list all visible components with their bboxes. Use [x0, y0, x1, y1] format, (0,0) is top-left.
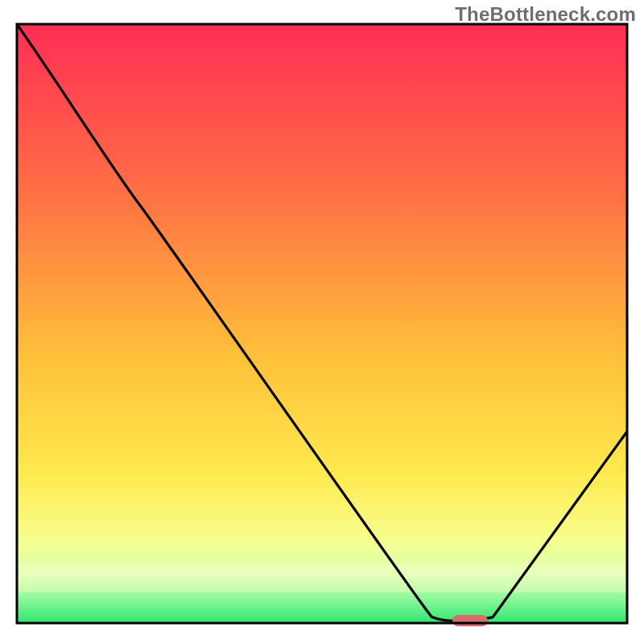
- band-light: [17, 564, 627, 592]
- optimum-marker: [452, 615, 488, 626]
- plot-background: [17, 24, 627, 623]
- chart-container: TheBottleneck.com: [0, 0, 644, 644]
- bottleneck-chart: [0, 0, 644, 644]
